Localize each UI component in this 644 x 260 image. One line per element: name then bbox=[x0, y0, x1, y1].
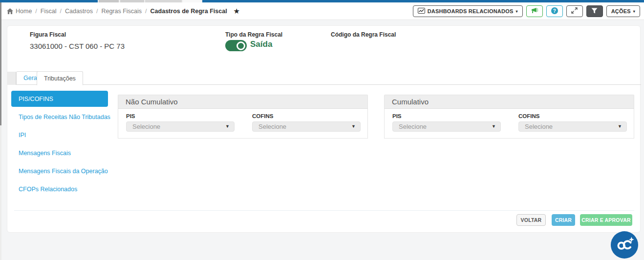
sidebar-item-cfops-relacionados[interactable]: CFOPs Relacionados bbox=[11, 181, 108, 197]
footer-divider bbox=[14, 210, 634, 211]
pis-nao-cumulativo-select[interactable]: Selecione ▼ bbox=[126, 121, 235, 132]
tab-geral-label: Geral bbox=[23, 75, 39, 81]
favorite-star-icon[interactable]: ★ bbox=[234, 7, 240, 16]
codigo-regra-fiscal-label: Código da Regra Fiscal bbox=[331, 31, 396, 38]
assistant-widget-button[interactable] bbox=[611, 231, 638, 259]
tab-tributacoes[interactable]: Tributações bbox=[37, 71, 83, 85]
breadcrumb-current-page: Cadastros de Regra Fiscal bbox=[150, 8, 227, 15]
criar-button[interactable]: CRIAR bbox=[552, 214, 575, 226]
app-screen: Home / Fiscal / Cadastros / Regras Fisca… bbox=[0, 0, 644, 260]
criar-e-aprovar-button[interactable]: CRIAR E APROVAR bbox=[580, 214, 632, 226]
panel-cumulativo: Cumulativo PIS Selecione ▼ COFINS Seleci… bbox=[384, 95, 634, 139]
figura-fiscal-value: 33061000 - CST 060 - PC 73 bbox=[30, 42, 125, 50]
chevron-down-icon: ▾ bbox=[633, 9, 635, 14]
left-scrollbar-track[interactable] bbox=[0, 2, 1, 260]
announcements-button[interactable] bbox=[526, 5, 543, 17]
breadcrumb-separator: / bbox=[145, 8, 147, 15]
tributacoes-sidebar: PIS/COFINS Tipos de Receitas Não Tributa… bbox=[11, 91, 108, 199]
breadcrumb-separator: / bbox=[35, 8, 37, 15]
sidebar-item-label: IPI bbox=[19, 132, 26, 139]
breadcrumb-item-regras-fiscais[interactable]: Regras Fiscais bbox=[101, 8, 142, 15]
filter-button[interactable] bbox=[586, 5, 603, 17]
main-card: Figura Fiscal 33061000 - CST 060 - PC 73… bbox=[7, 25, 641, 233]
sidebar-item-mensagens-fiscais[interactable]: Mensagens Fiscais bbox=[11, 145, 108, 161]
header-actions: DASHBOARDS RELACIONADOS ▾ ? bbox=[413, 5, 640, 17]
panel-nao-cumulativo-title: Não Cumulativo bbox=[118, 95, 368, 109]
tipo-regra-value: Saída bbox=[250, 40, 272, 49]
infinity-logo-icon bbox=[615, 235, 634, 255]
breadcrumb-item-cadastros[interactable]: Cadastros bbox=[65, 8, 93, 15]
dashboards-relacionados-button[interactable]: DASHBOARDS RELACIONADOS ▾ bbox=[413, 5, 523, 17]
sidebar-item-label: Mensagens Fiscais da Operação bbox=[19, 168, 108, 175]
sidebar-item-mensagens-fiscais-operacao[interactable]: Mensagens Fiscais da Operação bbox=[11, 163, 108, 179]
sidebar-item-label: CFOPs Relacionados bbox=[19, 186, 77, 193]
cofins-label: COFINS bbox=[518, 113, 627, 119]
svg-text:?: ? bbox=[553, 8, 556, 13]
sidebar-item-tipos-receitas[interactable]: Tipos de Receitas Não Tributadas bbox=[11, 109, 108, 125]
topbar: Home / Fiscal / Cadastros / Regras Fisca… bbox=[0, 2, 644, 20]
megaphone-icon bbox=[531, 7, 538, 15]
panel-nao-cumulativo-body: PIS Selecione ▼ COFINS Selecione ▼ bbox=[118, 109, 368, 139]
tipo-regra-toggle[interactable] bbox=[225, 40, 247, 51]
select-placeholder: Selecione bbox=[132, 123, 160, 130]
expand-arrows-icon bbox=[571, 7, 578, 15]
select-placeholder: Selecione bbox=[258, 123, 286, 130]
cofins-nao-cumulativo-select[interactable]: Selecione ▼ bbox=[252, 121, 361, 132]
left-scrollbar-thumb[interactable] bbox=[0, 2, 1, 125]
filter-icon bbox=[591, 8, 598, 15]
breadcrumb-separator: / bbox=[96, 8, 98, 15]
tab-bar-filler bbox=[7, 72, 16, 85]
sidebar-item-label: Tipos de Receitas Não Tributadas bbox=[19, 114, 110, 120]
select-placeholder: Selecione bbox=[399, 123, 427, 130]
breadcrumb: Home / Fiscal / Cadastros / Regras Fisca… bbox=[7, 7, 240, 16]
chevron-down-icon: ▼ bbox=[351, 122, 356, 131]
chevron-down-icon: ▾ bbox=[515, 9, 517, 14]
voltar-button[interactable]: VOLTAR bbox=[516, 214, 546, 226]
panel-nao-cumulativo: Não Cumulativo PIS Selecione ▼ COFINS Se… bbox=[118, 95, 368, 139]
acoes-button[interactable]: AÇÕES ▾ bbox=[606, 5, 640, 17]
pis-cumulativo-select[interactable]: Selecione ▼ bbox=[392, 121, 501, 132]
home-icon bbox=[7, 8, 13, 14]
fullscreen-button[interactable] bbox=[566, 5, 583, 17]
tab-tributacoes-label: Tributações bbox=[44, 75, 76, 82]
dashboards-relacionados-label: DASHBOARDS RELACIONADOS bbox=[428, 8, 514, 14]
pis-label: PIS bbox=[392, 113, 501, 119]
acoes-label: AÇÕES bbox=[611, 8, 631, 14]
pis-label: PIS bbox=[126, 113, 235, 119]
breadcrumb-item-fiscal[interactable]: Fiscal bbox=[41, 8, 57, 15]
breadcrumb-item-home[interactable]: Home bbox=[16, 8, 32, 15]
select-placeholder: Selecione bbox=[525, 123, 553, 130]
sidebar-item-label: Mensagens Fiscais bbox=[19, 150, 71, 157]
tab-bar: Geral Tributações bbox=[7, 71, 641, 85]
cofins-label: COFINS bbox=[252, 113, 361, 119]
chevron-down-icon: ▼ bbox=[225, 122, 230, 131]
chart-line-icon bbox=[418, 8, 425, 15]
sidebar-item-ipi[interactable]: IPI bbox=[11, 127, 108, 143]
chevron-down-icon: ▼ bbox=[618, 122, 622, 131]
cofins-cumulativo-select[interactable]: Selecione ▼ bbox=[518, 121, 627, 132]
panel-cumulativo-title: Cumulativo bbox=[384, 95, 634, 109]
sidebar-item-label: PIS/COFINS bbox=[19, 96, 53, 102]
tipo-regra-fiscal-label: Tipo da Regra Fiscal bbox=[225, 31, 282, 38]
figura-fiscal-label: Figura Fiscal bbox=[30, 31, 66, 38]
chevron-down-icon: ▼ bbox=[492, 122, 496, 131]
panel-cumulativo-body: PIS Selecione ▼ COFINS Selecione ▼ bbox=[384, 109, 634, 139]
help-button[interactable]: ? bbox=[546, 5, 563, 17]
question-circle-icon: ? bbox=[551, 7, 558, 16]
sidebar-item-pis-cofins[interactable]: PIS/COFINS bbox=[11, 91, 108, 107]
breadcrumb-separator: / bbox=[60, 8, 61, 15]
toggle-knob bbox=[236, 41, 245, 50]
